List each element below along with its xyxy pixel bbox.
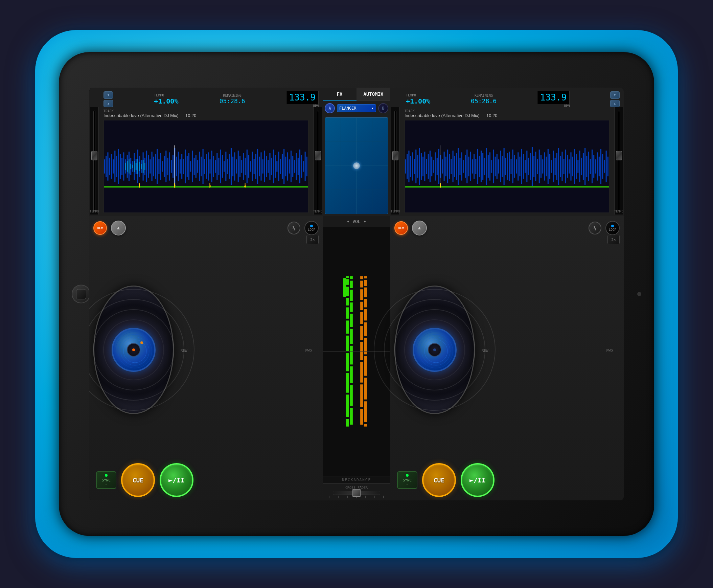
left-eject-button[interactable]: ▲ bbox=[111, 220, 126, 235]
svg-rect-301 bbox=[360, 289, 363, 300]
left-loop-button[interactable]: LOOP bbox=[304, 221, 319, 235]
svg-rect-36 bbox=[167, 158, 168, 175]
svg-rect-92 bbox=[266, 156, 267, 177]
svg-rect-60 bbox=[209, 159, 210, 173]
right-cue-button[interactable]: CUE bbox=[422, 463, 456, 497]
svg-rect-173 bbox=[456, 153, 457, 180]
svg-rect-238 bbox=[570, 152, 571, 180]
right-bpm-value: 133.9 bbox=[537, 91, 569, 104]
svg-rect-240 bbox=[574, 149, 575, 184]
right-remaining-label: REMAINING bbox=[471, 94, 497, 98]
svg-rect-4 bbox=[111, 154, 112, 179]
vol-arrow-right[interactable]: ▸ bbox=[364, 219, 366, 224]
svg-point-268 bbox=[141, 341, 143, 344]
svg-rect-25 bbox=[148, 155, 149, 178]
svg-rect-169 bbox=[449, 154, 450, 179]
right-half-button[interactable]: ½ bbox=[588, 222, 601, 234]
svg-rect-246 bbox=[584, 148, 585, 185]
right-play-button[interactable]: ►/II bbox=[461, 463, 495, 497]
svg-rect-28 bbox=[153, 156, 154, 176]
svg-rect-299 bbox=[360, 276, 363, 279]
right-rev-button[interactable]: REV bbox=[394, 221, 408, 235]
crossfader-track[interactable] bbox=[333, 491, 380, 495]
crossfader-knob[interactable] bbox=[352, 489, 361, 497]
svg-rect-288 bbox=[346, 276, 349, 278]
svg-rect-315 bbox=[364, 338, 367, 355]
left-cue-button[interactable]: CUE bbox=[121, 463, 155, 497]
svg-rect-50 bbox=[192, 150, 193, 182]
svg-rect-277 bbox=[343, 285, 346, 293]
fx-a-button[interactable]: A bbox=[325, 103, 335, 113]
svg-rect-220 bbox=[539, 149, 540, 183]
svg-rect-5 bbox=[113, 159, 114, 173]
right-loop-label: LOOP bbox=[609, 228, 616, 231]
left-pitch-slider[interactable]: TEMPO bbox=[90, 107, 99, 214]
automix-tab[interactable]: AUTOMIX bbox=[356, 88, 390, 101]
svg-rect-151 bbox=[417, 155, 418, 178]
right-turntable[interactable] bbox=[394, 286, 475, 414]
svg-rect-116 bbox=[125, 163, 126, 170]
fx-b-button[interactable]: B bbox=[378, 103, 388, 113]
svg-rect-170 bbox=[451, 159, 452, 174]
svg-rect-213 bbox=[526, 150, 527, 182]
svg-rect-144 bbox=[405, 159, 406, 173]
left-pitch-slider-right-deck[interactable]: TEMPO bbox=[391, 107, 400, 214]
left-nav-up[interactable]: ▾ bbox=[104, 91, 113, 99]
svg-rect-287 bbox=[350, 408, 353, 425]
svg-rect-63 bbox=[215, 160, 216, 172]
svg-rect-319 bbox=[364, 424, 367, 427]
left-play-button[interactable]: ►/II bbox=[160, 463, 193, 497]
svg-rect-293 bbox=[346, 320, 349, 334]
fx-automix-tabs: FX AUTOMIX bbox=[323, 88, 390, 101]
right-pitch-slider-right-deck[interactable]: TEMPO bbox=[614, 107, 623, 214]
sync-text: SYNC bbox=[102, 478, 111, 482]
home-button[interactable] bbox=[72, 285, 90, 303]
svg-rect-29 bbox=[155, 154, 156, 179]
svg-rect-150 bbox=[415, 149, 416, 183]
svg-rect-8 bbox=[118, 149, 119, 184]
svg-rect-7 bbox=[116, 156, 117, 177]
sync-dot bbox=[105, 474, 108, 477]
svg-rect-49 bbox=[190, 161, 191, 171]
left-nav-down[interactable]: ▴ bbox=[104, 100, 113, 107]
svg-rect-126 bbox=[143, 160, 144, 172]
left-rev-button[interactable]: REV bbox=[93, 221, 107, 235]
svg-rect-62 bbox=[213, 156, 214, 177]
svg-rect-216 bbox=[532, 147, 533, 186]
svg-rect-149 bbox=[414, 159, 415, 174]
effect-dropdown[interactable]: FLANGER ▾ bbox=[337, 104, 376, 112]
svg-rect-279 bbox=[350, 281, 353, 288]
left-bpm-box: 133.9 BPM bbox=[286, 91, 319, 108]
xy-pad[interactable] bbox=[325, 118, 388, 214]
svg-text:2: 2 bbox=[174, 184, 176, 188]
left-turntable[interactable] bbox=[93, 286, 174, 414]
svg-rect-188 bbox=[482, 153, 483, 180]
vol-arrow-left[interactable]: ◂ bbox=[347, 219, 349, 224]
pitch-handle bbox=[315, 151, 321, 160]
slider-track bbox=[93, 111, 95, 211]
right-pitch-slider-left-deck[interactable]: TEMPO bbox=[313, 107, 322, 214]
svg-rect-296 bbox=[346, 373, 349, 393]
left-sync-button[interactable]: SYNC − bbox=[96, 471, 116, 489]
right-sync-minus: − bbox=[406, 482, 408, 486]
svg-rect-76 bbox=[238, 150, 239, 182]
svg-rect-311 bbox=[364, 288, 367, 297]
right-loop-button[interactable]: LOOP bbox=[605, 221, 620, 235]
right-turntable-hub bbox=[428, 343, 441, 357]
svg-text:1: 1 bbox=[439, 184, 441, 188]
svg-rect-235 bbox=[565, 149, 566, 183]
right-nav-down[interactable]: ▴ bbox=[610, 100, 620, 107]
svg-rect-66 bbox=[220, 149, 221, 183]
left-half-button[interactable]: ½ bbox=[287, 222, 300, 234]
xy-crosshair[interactable] bbox=[353, 162, 360, 169]
left-waveform[interactable]: 1 2 3 4 bbox=[104, 120, 308, 213]
svg-rect-48 bbox=[188, 153, 189, 180]
right-sync-button[interactable]: SYNC − bbox=[397, 471, 417, 489]
svg-rect-1 bbox=[106, 156, 107, 177]
right-waveform[interactable]: 1 bbox=[405, 120, 609, 213]
right-eject-button[interactable]: ▲ bbox=[412, 220, 427, 235]
right-nav-up[interactable]: ▾ bbox=[610, 91, 620, 99]
svg-rect-286 bbox=[350, 385, 353, 406]
cf-line bbox=[374, 496, 375, 498]
fx-tab[interactable]: FX bbox=[323, 88, 356, 101]
